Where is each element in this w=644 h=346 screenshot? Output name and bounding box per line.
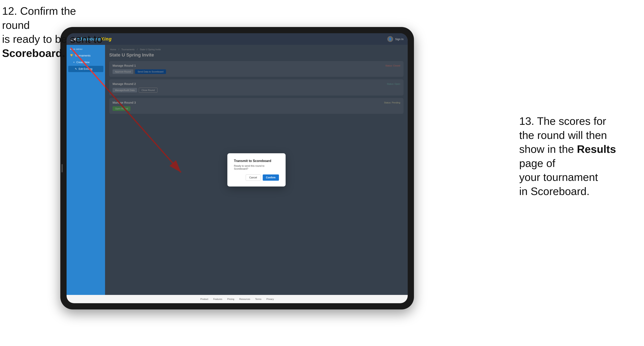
footer-product-link[interactable]: Product — [200, 298, 208, 300]
main-content: MAIN MENU 🏆 Tournaments + Create New ✎ E… — [66, 45, 408, 295]
modal-actions: Cancel Confirm — [234, 174, 279, 181]
confirm-button[interactable]: Confirm — [263, 174, 279, 181]
footer-pricing-link[interactable]: Pricing — [227, 298, 234, 300]
footer-features-link[interactable]: Features — [213, 298, 222, 300]
plus-icon: + — [73, 61, 75, 64]
header-right: 👤 Sign In — [387, 36, 404, 42]
modal-title: Transmit to Scoreboard — [234, 159, 279, 163]
sidebar-item-edit-existing-label: Edit Existing — [79, 67, 92, 70]
cancel-button[interactable]: Cancel — [246, 174, 260, 181]
sidebar: MAIN MENU 🏆 Tournaments + Create New ✎ E… — [66, 45, 105, 295]
modal-box: Transmit to Scoreboard Ready to send thi… — [227, 153, 286, 186]
footer-resources-link[interactable]: Resources — [239, 298, 250, 300]
page-content: Home / Tournaments / State U Spring Invi… — [105, 45, 408, 295]
user-avatar-icon: 👤 — [387, 36, 393, 42]
modal-overlay: Transmit to Scoreboard Ready to send thi… — [105, 45, 408, 295]
tablet-side-button — [62, 164, 62, 173]
annotation-right: 13. The scores for the round will then s… — [519, 114, 640, 198]
modal-body: Ready to send this round to Scoreboard? — [234, 165, 279, 170]
edit-icon: ✎ — [75, 67, 77, 70]
tablet-screen: LeaderboardKing 👤 Sign In MAIN MENU 🏆 To… — [66, 33, 408, 303]
footer-privacy-link[interactable]: Privacy — [266, 298, 274, 300]
annotation-top-left: 12. Confirm the round is ready to be sen… — [2, 4, 106, 60]
sidebar-item-edit-existing[interactable]: ✎ Edit Existing — [68, 66, 104, 72]
sign-in-label[interactable]: Sign In — [395, 38, 404, 41]
footer-bar: Product Features Pricing Resources Terms… — [66, 295, 408, 303]
footer-terms-link[interactable]: Terms — [255, 298, 262, 300]
tablet-frame: LeaderboardKing 👤 Sign In MAIN MENU 🏆 To… — [60, 27, 414, 310]
sidebar-item-create-new-label: Create New — [76, 61, 90, 64]
header-bar: LeaderboardKing 👤 Sign In — [66, 33, 408, 45]
